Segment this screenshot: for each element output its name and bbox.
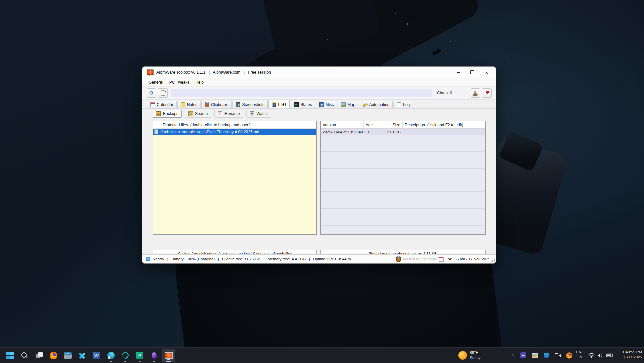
tab-label: Clipboard <box>211 102 228 107</box>
quick-note-button[interactable] <box>158 88 168 98</box>
taskbar-clock[interactable]: 1:49:55 PM 11/17/2025 <box>614 350 644 360</box>
maximize-button[interactable] <box>465 67 479 78</box>
taskbar-weather-widget[interactable]: 88°F Sunny <box>456 349 483 362</box>
app-window-icon <box>64 352 72 359</box>
tab-label: Screenshots <box>242 102 264 107</box>
tab-files[interactable]: Files <box>268 100 290 108</box>
versions-header-row: Version Age Size Description (click and … <box>321 121 485 129</box>
column-header-version[interactable]: Version <box>321 121 364 128</box>
dust-particle <box>395 13 396 14</box>
tray-volume-mixer-button[interactable] <box>553 351 562 360</box>
tab-misc[interactable]: Misc <box>316 101 337 108</box>
taskbar-start-button[interactable] <box>3 349 17 362</box>
taskbar-padlet-button[interactable] <box>133 349 146 362</box>
firefox-icon <box>50 352 57 359</box>
tab-notes[interactable]: Notes <box>177 101 201 108</box>
weather-temp: 88°F <box>470 350 481 355</box>
info-icon: i <box>146 257 150 261</box>
protected-files-list[interactable]: J:\obsidian_sample_vault\Pitch Thursday … <box>153 129 316 234</box>
toolbar: ⚙ Chars: 0 <box>142 87 496 100</box>
taskbar-firefox-button[interactable] <box>47 349 60 362</box>
alomware-icon <box>165 352 173 359</box>
settings-button[interactable]: ⚙ <box>147 88 156 98</box>
tab-states[interactable]: States <box>291 101 315 108</box>
notes-icon <box>181 102 185 107</box>
window-title: AlomWare Toolbox v6.1.1.1 | AlomWare.com… <box>156 70 271 75</box>
dust-particle <box>450 41 451 42</box>
screenshots-icon <box>236 102 240 107</box>
task-view-icon <box>36 352 43 359</box>
minimize-button[interactable] <box>451 67 465 78</box>
weather-condition: Sunny <box>470 355 481 360</box>
taskbar-edge-profile-button[interactable] <box>104 349 118 362</box>
taskbar: 88°F Sunny ENG IN <box>0 347 644 363</box>
tray-quote-app-button[interactable] <box>519 351 528 360</box>
tab-automation[interactable]: Automation <box>360 101 393 108</box>
language-indicator[interactable]: ENG IN <box>574 350 587 360</box>
subtab-search[interactable]: Search <box>185 110 211 118</box>
resize-grip[interactable] <box>494 261 495 262</box>
note-help-icon <box>161 90 165 96</box>
padlet-icon <box>136 352 143 359</box>
debris-shape <box>432 49 441 55</box>
wifi-icon <box>588 353 595 358</box>
tray-firefox-mini-button[interactable] <box>564 351 574 360</box>
tray-overflow-button[interactable] <box>508 350 517 360</box>
tab-clipboard[interactable]: Clipboard <box>201 101 232 108</box>
subtab-backups[interactable]: Backups <box>153 110 182 118</box>
subtab-label: Rename <box>224 111 240 116</box>
teal-swirl-icon <box>121 351 130 360</box>
column-header-description[interactable]: Description (click and F2 to edit) <box>403 121 485 128</box>
subtab-strip: BackupsSearchRenameWatch <box>142 109 496 119</box>
taskbar-search-button[interactable] <box>18 349 31 362</box>
tray-screen-capture-button[interactable] <box>530 351 539 360</box>
tab-log[interactable]: Log <box>393 101 413 108</box>
dust-particle <box>509 62 510 63</box>
title-bar[interactable]: AlomWare Toolbox v6.1.1.1 | AlomWare.com… <box>142 67 496 78</box>
menu-bar: GeneralPC TweaksHelp <box>142 78 496 87</box>
menu-help[interactable]: Help <box>192 79 207 86</box>
versions-list[interactable]: 2025-09-04 at 19:38:48 0 2.61 KB <box>321 129 485 234</box>
tray-security-shield-button[interactable] <box>541 351 551 360</box>
tab-map[interactable]: Map <box>338 101 359 108</box>
system-status-icons[interactable] <box>588 350 614 360</box>
weather-text: 88°F Sunny <box>470 350 481 360</box>
versions-panel: Version Age Size Description (click and … <box>320 121 486 235</box>
close-button[interactable]: × <box>479 67 494 78</box>
quick-text-input[interactable] <box>171 89 432 97</box>
tab-label: Map <box>347 102 355 107</box>
clipboard-icon[interactable] <box>396 256 401 262</box>
menu-general[interactable]: General <box>146 79 166 86</box>
subtab-label: Backups <box>163 111 178 116</box>
tab-label: Files <box>278 102 286 107</box>
files-icon <box>272 102 276 107</box>
column-header-age[interactable]: Age <box>364 121 375 128</box>
misc-icon <box>319 102 324 107</box>
taskbar-x-app-button[interactable] <box>75 349 89 362</box>
tab-screenshots[interactable]: Screenshots <box>232 101 268 108</box>
version-row[interactable]: 2025-09-04 at 19:38:48 0 2.61 KB <box>321 129 485 135</box>
edge-profile-icon <box>107 352 115 359</box>
selected-file-row[interactable]: J:\obsidian_sample_vault\Pitch Thursday … <box>153 129 316 135</box>
subtab-rename[interactable]: Rename <box>214 110 243 118</box>
taskbar-purple-flame-button[interactable] <box>147 349 161 362</box>
status-datetime: 1:49:55 pm / 17 Nov 2025 <box>446 257 490 261</box>
taskbar-teal-swirl-button[interactable] <box>119 349 132 362</box>
taskbar-app-window-button[interactable] <box>61 349 74 362</box>
dust-particle <box>556 101 557 101</box>
clock-date: 11/17/2025 <box>623 355 642 360</box>
size-cell: 2.61 KB <box>375 130 403 134</box>
taskbar-task-view-button[interactable] <box>32 349 46 362</box>
taskbar-alomware-button[interactable] <box>162 349 175 362</box>
clipboard-status-text: No text in clipboard <box>403 257 436 261</box>
user-button[interactable] <box>471 88 480 98</box>
menu-pc-tweaks[interactable]: PC Tweaks <box>166 79 192 86</box>
pin-on-top-button[interactable] <box>482 88 492 98</box>
column-header-size[interactable]: Size <box>375 121 403 128</box>
taskbar-word-button[interactable] <box>90 349 103 362</box>
desktop: AlomWare Toolbox v6.1.1.1 | AlomWare.com… <box>0 0 644 363</box>
subtab-watch[interactable]: Watch <box>246 110 271 118</box>
calendar-icon[interactable] <box>439 257 444 262</box>
tab-calendar[interactable]: Calendar <box>147 101 177 108</box>
battery-charging-icon <box>606 353 614 358</box>
